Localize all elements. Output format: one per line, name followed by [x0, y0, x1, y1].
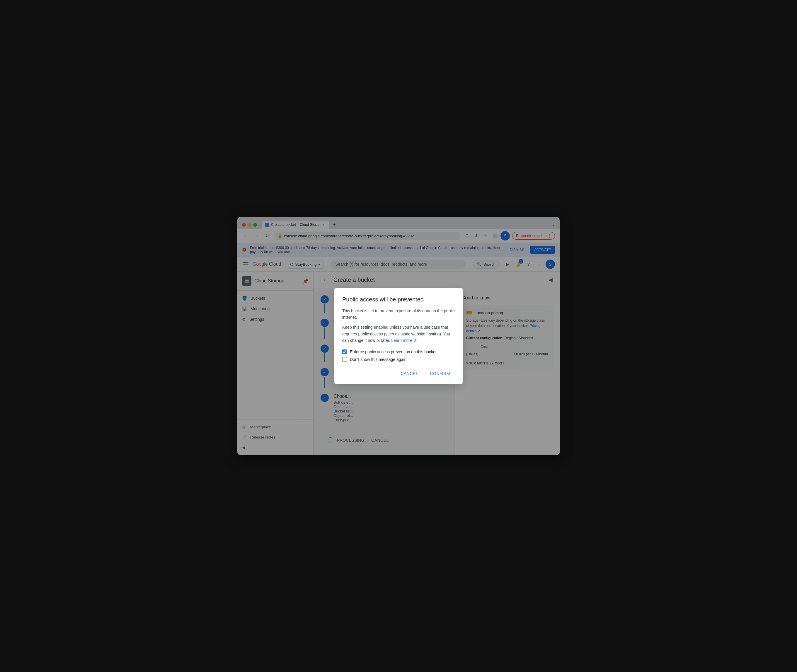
modal-body: This bucket is set to prevent exposure o…: [342, 307, 455, 344]
modal-body-line1: This bucket is set to prevent exposure o…: [342, 307, 455, 321]
modal-overlay[interactable]: Public access will be prevented This buc…: [0, 0, 797, 672]
checkbox-dont-show-row: Don't show this message again: [342, 357, 455, 362]
learn-more-link[interactable]: Learn more: [391, 338, 412, 343]
modal-checkboxes: Enforce public access prevention on this…: [342, 349, 455, 362]
public-access-modal: Public access will be prevented This buc…: [334, 288, 463, 384]
checkbox-enforce-row: Enforce public access prevention on this…: [342, 349, 455, 354]
modal-confirm-button[interactable]: CONFIRM: [425, 369, 455, 378]
dont-show-checkbox-label: Don't show this message again: [350, 357, 407, 362]
modal-body-line2: Keep this setting enabled unless you hav…: [342, 324, 455, 344]
modal-title: Public access will be prevented: [342, 296, 455, 303]
enforce-checkbox[interactable]: [342, 349, 347, 354]
enforce-checkbox-label: Enforce public access prevention on this…: [350, 349, 437, 354]
modal-actions: CANCEL CONFIRM: [342, 369, 455, 378]
dont-show-checkbox[interactable]: [342, 357, 347, 362]
modal-cancel-button[interactable]: CANCEL: [396, 369, 423, 378]
